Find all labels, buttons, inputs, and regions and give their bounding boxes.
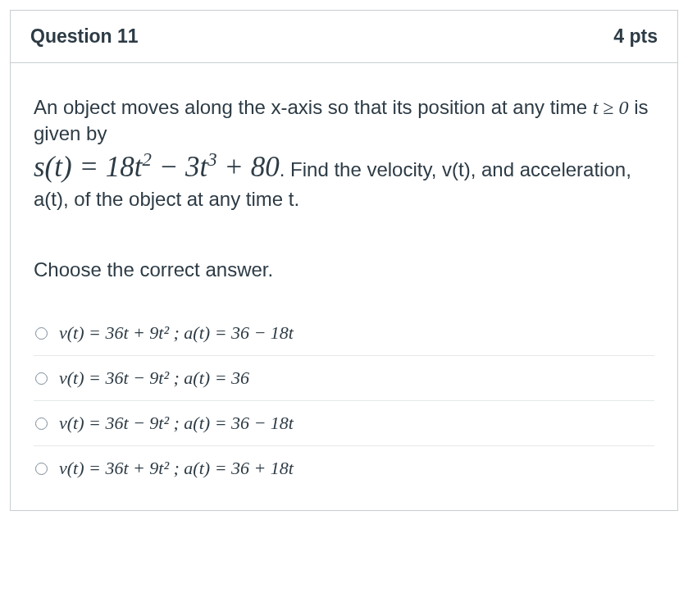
- eq-exp1: 2: [143, 149, 152, 170]
- choose-label: Choose the correct answer.: [34, 258, 654, 281]
- question-points: 4 pts: [613, 25, 658, 48]
- option-3-label: v(t) = 36t − 9t² ; a(t) = 36 − 18t: [59, 413, 294, 434]
- prompt-text-1a: An object moves along the x-axis so that…: [34, 96, 593, 118]
- option-1-label: v(t) = 36t + 9t² ; a(t) = 36 − 18t: [59, 322, 294, 344]
- options-list: v(t) = 36t + 9t² ; a(t) = 36 − 18t v(t) …: [34, 311, 654, 491]
- option-4-label: v(t) = 36t + 9t² ; a(t) = 36 + 18t: [59, 458, 294, 479]
- eq-lhs: s(t) = 18t: [34, 151, 143, 183]
- option-2[interactable]: v(t) = 36t − 9t² ; a(t) = 36: [34, 355, 654, 400]
- option-4[interactable]: v(t) = 36t + 9t² ; a(t) = 36 + 18t: [34, 445, 654, 491]
- question-prompt: An object moves along the x-axis so that…: [34, 94, 654, 212]
- question-header: Question 11 4 pts: [11, 11, 677, 63]
- radio-icon[interactable]: [35, 463, 48, 475]
- option-3[interactable]: v(t) = 36t − 9t² ; a(t) = 36 − 18t: [34, 400, 654, 445]
- question-title: Question 11: [30, 25, 139, 48]
- eq-exp2: 3: [207, 149, 216, 170]
- prompt-math-tge0: t ≥ 0: [593, 97, 629, 118]
- radio-icon[interactable]: [35, 327, 48, 340]
- option-1[interactable]: v(t) = 36t + 9t² ; a(t) = 36 − 18t: [34, 311, 654, 355]
- radio-icon[interactable]: [35, 372, 48, 385]
- prompt-equation: s(t) = 18t2 − 3t3 + 80: [34, 151, 280, 183]
- eq-rhs: + 80: [217, 151, 280, 183]
- radio-icon[interactable]: [35, 418, 48, 430]
- question-body: An object moves along the x-axis so that…: [11, 63, 677, 510]
- option-2-label: v(t) = 36t − 9t² ; a(t) = 36: [59, 367, 249, 389]
- eq-mid: − 3t: [152, 151, 207, 183]
- question-card: Question 11 4 pts An object moves along …: [10, 10, 678, 511]
